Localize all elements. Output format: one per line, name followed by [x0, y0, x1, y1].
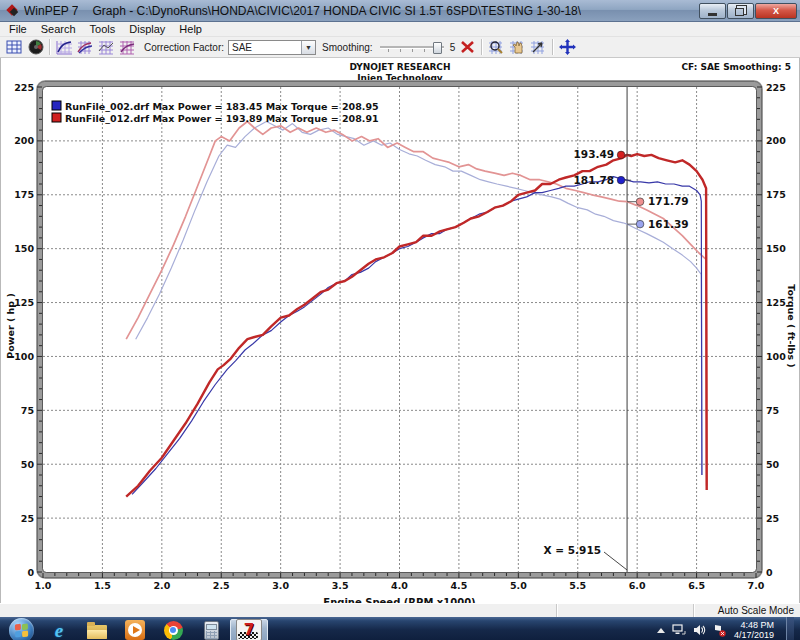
- taskbar-media-player[interactable]: [116, 618, 154, 640]
- track-graph-icon: [530, 40, 547, 55]
- graph-compare-icon: [119, 40, 136, 55]
- close-icon: X: [773, 6, 779, 16]
- svg-text:25: 25: [21, 513, 34, 524]
- marker-value: 161.39: [648, 218, 689, 230]
- minimize-button[interactable]: [699, 3, 726, 19]
- restore-button[interactable]: [727, 3, 754, 19]
- menu-tools[interactable]: Tools: [83, 22, 123, 36]
- pan-graph-button[interactable]: [507, 38, 528, 56]
- legend-label: RunFile_002.drf Max Power = 183.45 Max T…: [65, 101, 379, 112]
- volume-icon[interactable]: [693, 624, 706, 636]
- taskbar-winpep7-active[interactable]: 7: [230, 619, 268, 640]
- menu-file[interactable]: File: [2, 22, 34, 36]
- smoothing-slider-handle[interactable]: [433, 42, 442, 54]
- app-icon: [6, 4, 19, 17]
- clock[interactable]: 4:48 PM 4/17/2019: [734, 620, 774, 640]
- curve-RunFile_012-power: [126, 154, 707, 497]
- graph-compare-button[interactable]: [117, 38, 138, 56]
- close-button[interactable]: X: [755, 3, 797, 19]
- curve-RunFile_002-torque: [136, 122, 702, 476]
- toolbar: Correction Factor: SAE ▼ Smoothing: 5: [0, 37, 800, 58]
- restore-icon: [735, 8, 744, 16]
- network-icon[interactable]: [672, 624, 686, 636]
- graph-view-icon: [56, 40, 73, 55]
- smoothing-label: Smoothing:: [322, 42, 373, 53]
- internet-explorer-icon: e: [55, 621, 63, 640]
- svg-text:Torque ( ft-lbs ): Torque ( ft-lbs ): [786, 284, 797, 367]
- status-pane-middle: [557, 604, 694, 617]
- svg-text:125: 125: [14, 297, 34, 308]
- menu-help[interactable]: Help: [172, 22, 209, 36]
- winpep-window: WinPEP 7 Graph - C:\DynoRuns\HONDA\CIVIC…: [0, 0, 800, 640]
- winpep7-icon: 7: [236, 619, 262, 640]
- svg-text:225: 225: [766, 82, 786, 93]
- menu-search[interactable]: Search: [34, 22, 83, 36]
- windows-start-icon: [9, 618, 34, 640]
- delete-run-button[interactable]: [457, 38, 478, 56]
- svg-text:75: 75: [766, 405, 779, 416]
- correction-factor-label: Correction Factor:: [144, 42, 224, 53]
- runs-table-button[interactable]: [4, 38, 25, 56]
- chevron-down-icon[interactable]: ▼: [301, 41, 315, 54]
- taskbar-file-explorer[interactable]: [78, 618, 116, 640]
- svg-text:50: 50: [766, 459, 780, 470]
- correction-factor-value: SAE: [229, 42, 301, 53]
- taskbar-chrome[interactable]: [154, 618, 192, 640]
- marker-dot: [617, 176, 625, 184]
- svg-text:5.5: 5.5: [569, 580, 586, 591]
- svg-text:225: 225: [14, 82, 34, 93]
- smoothing-slider[interactable]: [380, 41, 444, 53]
- legend-label: RunFile_012.drf Max Power = 193.89 Max T…: [65, 113, 379, 124]
- svg-text:3.0: 3.0: [272, 580, 289, 591]
- dyno-plot[interactable]: 0025255050757510010012512515015017517520…: [1, 58, 799, 603]
- correction-factor-select[interactable]: SAE ▼: [228, 40, 316, 55]
- taskbar-internet-explorer[interactable]: e: [40, 618, 78, 640]
- svg-text:6.0: 6.0: [629, 580, 646, 591]
- tray-time: 4:48 PM: [734, 620, 774, 630]
- marker-value: 193.49: [574, 148, 615, 160]
- svg-text:50: 50: [21, 459, 35, 470]
- show-hidden-icons-arrow[interactable]: [657, 628, 665, 633]
- cursor-x-label: X = 5.915: [544, 544, 601, 556]
- move-axes-icon: [559, 39, 576, 55]
- smoothing-value: 5: [450, 42, 456, 53]
- graph-multi-button[interactable]: [96, 38, 117, 56]
- zoom-graph-button[interactable]: [486, 38, 507, 56]
- svg-text:150: 150: [766, 243, 786, 254]
- svg-text:4.5: 4.5: [450, 580, 467, 591]
- track-graph-button[interactable]: [528, 38, 549, 56]
- marker-dot: [636, 198, 644, 206]
- curve-RunFile_012-torque: [126, 122, 707, 486]
- legend-swatch: [52, 113, 61, 122]
- graph-view-button[interactable]: [54, 38, 75, 56]
- svg-text:2.5: 2.5: [213, 580, 230, 591]
- action-center-flag-icon[interactable]: [713, 624, 727, 637]
- svg-text:1.5: 1.5: [94, 580, 111, 591]
- svg-text:Power ( hp ): Power ( hp ): [5, 293, 16, 359]
- menu-bar: File Search Tools Display Help: [0, 22, 800, 37]
- title-bar[interactable]: WinPEP 7 Graph - C:\DynoRuns\HONDA\CIVIC…: [0, 0, 800, 22]
- graph-overlay-button[interactable]: [75, 38, 96, 56]
- svg-text:5.0: 5.0: [510, 580, 527, 591]
- delete-icon: [460, 40, 475, 54]
- minimize-icon: [708, 13, 717, 16]
- zoom-graph-icon: [488, 40, 505, 55]
- marker-dot: [617, 151, 625, 159]
- svg-text:1.0: 1.0: [35, 580, 52, 591]
- taskbar-calculator[interactable]: [192, 618, 230, 640]
- start-button[interactable]: [2, 618, 40, 640]
- status-pane-mode: Auto Scale Mode: [694, 604, 800, 617]
- show-desktop-button[interactable]: [786, 617, 794, 640]
- dyno-gauge-button[interactable]: [25, 38, 46, 56]
- graph-multi-icon: [98, 40, 115, 55]
- calculator-icon: [204, 621, 219, 640]
- dyno-gauge-icon: [28, 39, 44, 55]
- marker-value: 171.79: [648, 195, 689, 207]
- svg-text:175: 175: [14, 189, 34, 200]
- menu-display[interactable]: Display: [122, 22, 172, 36]
- svg-text:175: 175: [766, 189, 786, 200]
- marker-value: 181.78: [574, 174, 615, 186]
- move-axes-button[interactable]: [557, 38, 578, 56]
- svg-text:2.0: 2.0: [153, 580, 170, 591]
- svg-text:75: 75: [21, 405, 34, 416]
